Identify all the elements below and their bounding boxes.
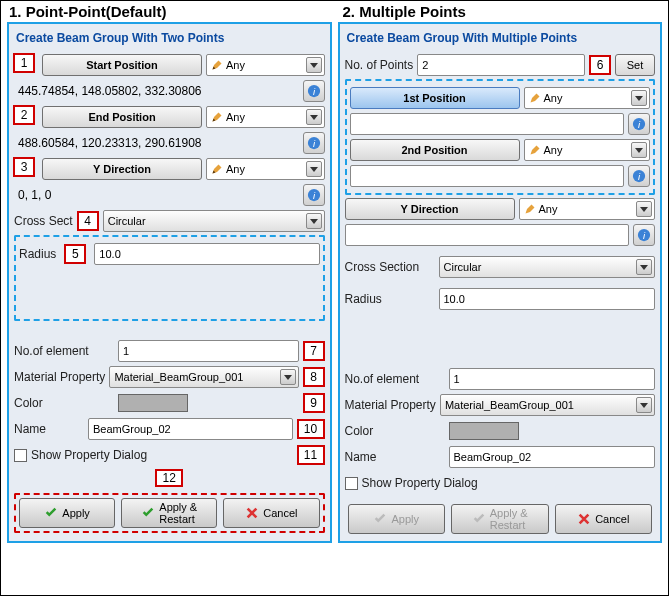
heading-left: 1. Point-Point(Default)	[1, 3, 335, 20]
second-position-button[interactable]: 2nd Position	[350, 139, 520, 161]
color-swatch-right[interactable]	[449, 422, 519, 440]
action-group: Apply Apply & Restart Cancel	[14, 493, 325, 533]
cancel-button[interactable]: Cancel	[223, 498, 319, 528]
radius-input-right[interactable]: 10.0	[439, 288, 656, 310]
check-icon	[141, 506, 155, 520]
info-button[interactable]: i	[628, 113, 650, 135]
annotation-7: 7	[303, 341, 325, 361]
radius-group: Radius 5 10.0	[14, 235, 325, 321]
apply-restart-button[interactable]: Apply & Restart	[121, 498, 217, 528]
color-label-right: Color	[345, 424, 445, 438]
dropdown-icon[interactable]	[636, 397, 652, 413]
apply-button-right[interactable]: Apply	[348, 504, 446, 534]
info-button[interactable]: i	[633, 224, 655, 246]
no-element-input-right[interactable]: 1	[449, 368, 656, 390]
dropdown-icon[interactable]	[631, 90, 647, 106]
pencil-icon	[529, 144, 541, 156]
pos1-value[interactable]	[350, 113, 625, 135]
dropdown-icon[interactable]	[631, 142, 647, 158]
set-button[interactable]: Set	[615, 54, 655, 76]
no-element-label-right: No.of element	[345, 372, 445, 386]
start-position-button[interactable]: Start Position	[42, 54, 202, 76]
cross-section-label: Cross Sect	[14, 214, 73, 228]
color-label: Color	[14, 396, 114, 410]
cancel-button-right[interactable]: Cancel	[555, 504, 653, 534]
dropdown-icon[interactable]	[306, 109, 322, 125]
name-input-right[interactable]: BeamGroup_02	[449, 446, 656, 468]
pos2-value[interactable]	[350, 165, 625, 187]
apply-text-right: Apply	[391, 513, 419, 525]
cross-section-select-right[interactable]: Circular	[439, 256, 656, 278]
pencil-icon	[211, 59, 223, 71]
panel-point-point: Create Beam Group With Two Points 1 Star…	[7, 22, 332, 543]
first-position-button[interactable]: 1st Position	[350, 87, 520, 109]
show-property-checkbox[interactable]	[14, 449, 27, 462]
annotation-10: 10	[297, 419, 325, 439]
start-filter-text: Any	[226, 59, 245, 71]
color-swatch[interactable]	[118, 394, 188, 412]
panel-title-right: Create Beam Group With Multiple Points	[345, 28, 656, 51]
end-filter-combo[interactable]: Any	[206, 106, 325, 128]
cross-section-label-right: Cross Section	[345, 260, 435, 274]
material-label-right: Material Property	[345, 398, 436, 412]
no-element-input[interactable]: 1	[118, 340, 299, 362]
info-button[interactable]: i	[628, 165, 650, 187]
pos2-filter-text: Any	[544, 144, 563, 156]
dropdown-icon[interactable]	[280, 369, 296, 385]
dropdown-icon[interactable]	[306, 161, 322, 177]
material-value: Material_BeamGroup_001	[114, 371, 243, 383]
check-icon	[472, 512, 486, 526]
ydir-value: 0, 1, 0	[14, 184, 299, 206]
y-direction-button[interactable]: Y Direction	[42, 158, 202, 180]
radius-input[interactable]: 10.0	[94, 243, 319, 265]
pos1-filter-combo[interactable]: Any	[524, 87, 651, 109]
ydir-filter-combo[interactable]: Any	[206, 158, 325, 180]
info-icon: i	[307, 136, 321, 150]
cross-icon	[577, 512, 591, 526]
dropdown-icon[interactable]	[636, 201, 652, 217]
show-property-label: Show Property Dialog	[31, 448, 147, 462]
ydir-filter-combo-right[interactable]: Any	[519, 198, 656, 220]
info-icon: i	[307, 188, 321, 202]
panel-multiple-points: Create Beam Group With Multiple Points N…	[338, 22, 663, 543]
pos2-filter-combo[interactable]: Any	[524, 139, 651, 161]
name-input[interactable]: BeamGroup_02	[88, 418, 293, 440]
cross-section-value: Circular	[108, 215, 146, 227]
apply-restart-text-right: Apply & Restart	[490, 507, 528, 531]
check-icon	[44, 506, 58, 520]
no-points-input[interactable]: 2	[417, 54, 585, 76]
start-position-value: 445.74854, 148.05802, 332.30806	[14, 80, 299, 102]
dropdown-icon[interactable]	[306, 57, 322, 73]
start-filter-combo[interactable]: Any	[206, 54, 325, 76]
ydir-filter-text-right: Any	[539, 203, 558, 215]
material-select[interactable]: Material_BeamGroup_001	[109, 366, 298, 388]
end-position-value: 488.60584, 120.23313, 290.61908	[14, 132, 299, 154]
annotation-9: 9	[303, 393, 325, 413]
ydir-value-right[interactable]	[345, 224, 630, 246]
cross-icon	[245, 506, 259, 520]
pencil-icon	[211, 111, 223, 123]
pos1-filter-text: Any	[544, 92, 563, 104]
positions-group: 1st Position Any i 2nd Position	[345, 79, 656, 195]
panel-title-left: Create Beam Group With Two Points	[14, 28, 325, 51]
info-button[interactable]: i	[303, 80, 325, 102]
dropdown-icon[interactable]	[636, 259, 652, 275]
end-position-button[interactable]: End Position	[42, 106, 202, 128]
no-points-label: No. of Points	[345, 58, 414, 72]
cross-section-select[interactable]: Circular	[103, 210, 325, 232]
check-icon	[373, 512, 387, 526]
show-property-checkbox-right[interactable]	[345, 477, 358, 490]
info-button[interactable]: i	[303, 132, 325, 154]
material-select-right[interactable]: Material_BeamGroup_001	[440, 394, 655, 416]
dropdown-icon[interactable]	[306, 213, 322, 229]
info-icon: i	[307, 84, 321, 98]
annotation-8: 8	[303, 367, 325, 387]
annotation-11: 11	[297, 445, 325, 465]
info-icon: i	[632, 169, 646, 183]
info-button[interactable]: i	[303, 184, 325, 206]
y-direction-button-right[interactable]: Y Direction	[345, 198, 515, 220]
name-label: Name	[14, 422, 84, 436]
apply-restart-button-right[interactable]: Apply & Restart	[451, 504, 549, 534]
apply-button[interactable]: Apply	[19, 498, 115, 528]
apply-restart-text: Apply & Restart	[159, 501, 197, 525]
